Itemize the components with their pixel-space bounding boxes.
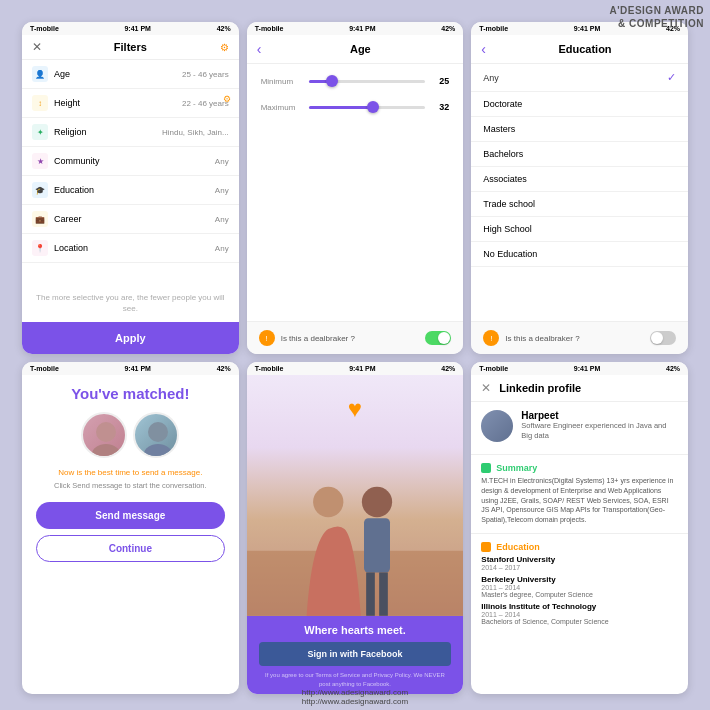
filter-row-community[interactable]: ★ Community Any xyxy=(22,147,239,176)
edu-highschool-label: High School xyxy=(483,224,532,234)
screen-age: T-mobile 9:41 PM 42% ‹ Age Minimum 25 xyxy=(247,22,464,354)
edu-option-highschool[interactable]: High School xyxy=(471,217,688,242)
svg-point-3 xyxy=(144,444,172,458)
matched-title: You've matched! xyxy=(71,385,189,402)
screen-onboard: T-mobile 9:41 PM 42% ♥ Where hearts xyxy=(247,362,464,694)
matched-message: Now is the best time to send a message. xyxy=(58,468,202,477)
edu-trade-label: Trade school xyxy=(483,199,535,209)
edu-option-doctorate[interactable]: Doctorate xyxy=(471,92,688,117)
education-icon: 🎓 xyxy=(32,182,48,198)
edu-option-trade[interactable]: Trade school xyxy=(471,192,688,217)
battery-1: 42% xyxy=(217,25,231,32)
dealbreaker-toggle-age[interactable] xyxy=(425,331,451,345)
filter-row-religion[interactable]: ✦ Religion Hindu, Sikh, Jain... xyxy=(22,118,239,147)
linkedin-summary-section: Summary M.TECH in Electronics(Digital Sy… xyxy=(471,459,688,529)
screens-grid: T-mobile 9:41 PM 42% ✕ Filters ⚙ 👤 Age 2… xyxy=(0,0,710,710)
location-value: Any xyxy=(215,244,229,253)
age-icon: 👤 xyxy=(32,66,48,82)
dealbreaker-toggle-edu[interactable] xyxy=(650,331,676,345)
svg-rect-8 xyxy=(366,573,375,616)
maximum-thumb[interactable] xyxy=(367,101,379,113)
community-value: Any xyxy=(215,157,229,166)
minimum-thumb[interactable] xyxy=(326,75,338,87)
matched-content: You've matched! Now is the best time to … xyxy=(22,375,239,694)
stanford-name: Stanford University xyxy=(481,555,678,564)
divider-1 xyxy=(471,454,688,455)
time-5: 9:41 PM xyxy=(349,365,375,372)
edu-option-noedu[interactable]: No Education xyxy=(471,242,688,267)
filter-row-age[interactable]: 👤 Age 25 - 46 years xyxy=(22,60,239,89)
edu-option-any[interactable]: Any ✓ xyxy=(471,64,688,92)
career-label: Career xyxy=(54,214,215,224)
religion-label: Religion xyxy=(54,127,162,137)
onboard-image: ♥ xyxy=(247,375,464,616)
linkedin-education-section: Education Stanford University 2014 – 201… xyxy=(471,538,688,633)
linkedin-name-role: Harpeet Software Engineer experienced in… xyxy=(521,410,678,441)
divider-2 xyxy=(471,533,688,534)
back-icon-age[interactable]: ‹ xyxy=(257,41,262,57)
avatar-female xyxy=(81,412,127,458)
filter-row-career[interactable]: 💼 Career Any xyxy=(22,205,239,234)
education-section-header: Education xyxy=(481,542,678,552)
toggle-knob-age xyxy=(438,332,450,344)
back-icon-education[interactable]: ‹ xyxy=(481,41,486,57)
avatar-male xyxy=(133,412,179,458)
edit-icon[interactable]: ⚙ xyxy=(220,42,229,53)
watermark-url2: http://www.adesignaward.com xyxy=(302,697,408,706)
battery-2: 42% xyxy=(441,25,455,32)
svg-rect-9 xyxy=(379,573,388,616)
onboard-bottom: Where hearts meet. Sign in with Facebook… xyxy=(247,616,464,694)
edu-option-masters[interactable]: Masters xyxy=(471,117,688,142)
age-value: 25 - 46 years xyxy=(182,70,229,79)
minimum-slider-row: Minimum 25 xyxy=(261,76,450,86)
filter-row-location[interactable]: 📍 Location Any xyxy=(22,234,239,263)
filters-header: ✕ Filters ⚙ xyxy=(22,35,239,60)
age-header: ‹ Age xyxy=(247,35,464,64)
svg-point-6 xyxy=(361,487,391,517)
education-title: Education xyxy=(492,43,678,55)
height-value: 22 - 46 years xyxy=(182,99,229,108)
slider-section: Minimum 25 Maximum 32 xyxy=(247,64,464,321)
education-dealbreaker-row: ! Is this a dealbraker ? xyxy=(471,321,688,354)
age-content: Minimum 25 Maximum 32 xyxy=(247,64,464,321)
status-bar-6: T-mobile 9:41 PM 42% xyxy=(471,362,688,375)
age-label: Age xyxy=(54,69,182,79)
send-message-button[interactable]: Send message xyxy=(36,502,225,529)
close-icon[interactable]: ✕ xyxy=(32,40,42,54)
carrier-3: T-mobile xyxy=(479,25,508,32)
religion-icon: ✦ xyxy=(32,124,48,140)
status-bar-5: T-mobile 9:41 PM 42% xyxy=(247,362,464,375)
age-title: Age xyxy=(267,43,453,55)
battery-5: 42% xyxy=(441,365,455,372)
close-icon-linkedin[interactable]: ✕ xyxy=(481,381,491,395)
filter-row-height[interactable]: ↕ Height 22 - 46 years ⚙ xyxy=(22,89,239,118)
filter-row-education[interactable]: 🎓 Education Any xyxy=(22,176,239,205)
maximum-label: Maximum xyxy=(261,103,301,112)
height-icon: ↕ xyxy=(32,95,48,111)
education-value: Any xyxy=(215,186,229,195)
screen-filters: T-mobile 9:41 PM 42% ✕ Filters ⚙ 👤 Age 2… xyxy=(22,22,239,354)
community-icon: ★ xyxy=(32,153,48,169)
fb-signin-button[interactable]: Sign in with Facebook xyxy=(259,642,452,666)
summary-header: Summary xyxy=(481,463,678,473)
edu-entry-berkeley: Berkeley University 2011 – 2014 Master's… xyxy=(481,575,678,598)
stanford-years: 2014 – 2017 xyxy=(481,564,678,571)
illinois-name: Illinois Institute of Technology xyxy=(481,602,678,611)
illinois-degree: Bachelors of Science, Computer Science xyxy=(481,618,678,625)
edu-entry-illinois: Illinois Institute of Technology 2011 – … xyxy=(481,602,678,625)
minimum-track[interactable] xyxy=(309,80,426,83)
minimum-value: 25 xyxy=(433,76,449,86)
filter-hint: The more selective you are, the fewer pe… xyxy=(22,284,239,322)
edu-option-bachelors[interactable]: Bachelors xyxy=(471,142,688,167)
minimum-label: Minimum xyxy=(261,77,301,86)
berkeley-years: 2011 – 2014 xyxy=(481,584,678,591)
religion-value: Hindu, Sikh, Jain... xyxy=(162,128,229,137)
dealbreaker-icon-age: ! xyxy=(259,330,275,346)
status-bar-1: T-mobile 9:41 PM 42% xyxy=(22,22,239,35)
continue-button[interactable]: Continue xyxy=(36,535,225,562)
maximum-track[interactable] xyxy=(309,106,426,109)
apply-button[interactable]: Apply xyxy=(22,322,239,354)
edu-option-associates[interactable]: Associates xyxy=(471,167,688,192)
award-title-1: A'DESIGN AWARD xyxy=(609,4,704,17)
education-section-icon xyxy=(481,542,491,552)
